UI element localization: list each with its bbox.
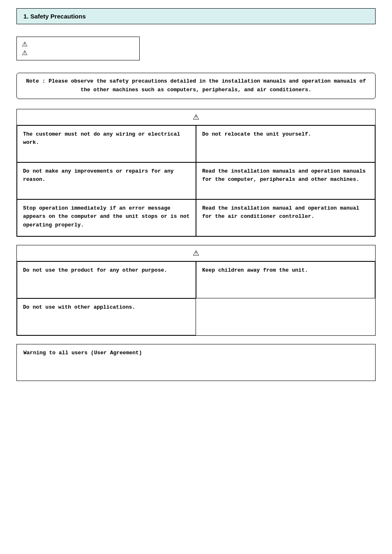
user-agreement-title: Warning to all users (User Agreement) bbox=[23, 350, 142, 356]
warning-cell-2-1: Do not use the product for any other pur… bbox=[17, 261, 196, 298]
warning-cell-1-1: The customer must not do any wiring or e… bbox=[17, 125, 196, 162]
warning-cell-2-2: Keep children away from the unit. bbox=[196, 261, 375, 298]
warning-section-1-icon: ⚠ bbox=[17, 109, 375, 125]
warning-cell-1-2: Do not relocate the unit yourself. bbox=[196, 125, 375, 162]
warning-section-1-grid: The customer must not do any wiring or e… bbox=[17, 125, 375, 236]
page-title-box: 1. Safety Precautions bbox=[16, 8, 376, 24]
warning-cell-1-3: Do not make any improvements or repairs … bbox=[17, 162, 196, 199]
note-box: Note : Please observe the safety precaut… bbox=[16, 73, 376, 99]
warning-cell-1-4: Read the installation manuals and operat… bbox=[196, 162, 375, 199]
warning-section-2: ⚠ Do not use the product for any other p… bbox=[16, 245, 376, 336]
warning-cell-2-4-empty bbox=[196, 298, 375, 335]
warning-cell-1-5: Stop operation immediately if an error m… bbox=[17, 199, 196, 236]
page-title: 1. Safety Precautions bbox=[23, 13, 369, 20]
warning-section-2-icon: ⚠ bbox=[17, 245, 375, 261]
warning-icon-2: ⚠ bbox=[22, 49, 134, 57]
note-text: Note : Please observe the safety precaut… bbox=[25, 77, 367, 95]
warning-section-2-grid: Do not use the product for any other pur… bbox=[17, 261, 375, 335]
warning-cell-1-6: Read the installation manual and operati… bbox=[196, 199, 375, 236]
warning-section-1: ⚠ The customer must not do any wiring or… bbox=[16, 109, 376, 237]
user-agreement-box: Warning to all users (User Agreement) bbox=[16, 344, 376, 381]
warning-cell-2-3: Do not use with other applications. bbox=[17, 298, 196, 335]
warning-icons-box: ⚠ ⚠ bbox=[16, 37, 140, 60]
warning-icon-1: ⚠ bbox=[22, 40, 134, 48]
